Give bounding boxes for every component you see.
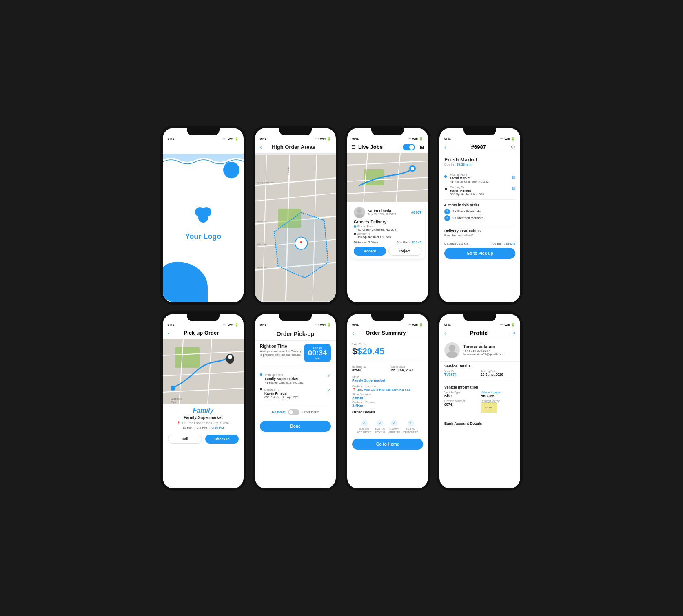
route-steps: Pick-up From Family Supermarket 41 Koote… — [255, 369, 336, 403]
due-time: 00:34 — [308, 349, 327, 357]
wifi-icon: wifi — [228, 137, 233, 141]
divider — [444, 199, 515, 200]
wifi-icon: wifi — [412, 137, 418, 141]
filter-icon[interactable]: ⚙ — [511, 144, 515, 150]
logout-icon[interactable]: ⇥ — [511, 330, 515, 336]
svg-point-45 — [449, 345, 455, 351]
bottom-info: Distance : 2.5 Km You Earn : $20.45 — [444, 242, 515, 245]
your-id-field: Your ID TV9874 — [444, 370, 479, 377]
status-bar: 9:41 ▪▪▪ wifi 🔋 — [439, 321, 520, 327]
live-jobs-content: ☰ Live Jobs ⊞ — [347, 141, 428, 302]
status-time: 9:41 — [168, 137, 174, 141]
reject-button[interactable]: Reject — [388, 247, 421, 256]
detail-content: ‹ #6987 ⚙ Fresh Market Due in : 15:36 mi… — [439, 141, 520, 302]
header: ‹ Order Summary — [347, 327, 428, 339]
header: Order Pick-up — [255, 327, 336, 341]
check-accepted: ✓ — [361, 420, 368, 426]
pickup-dot — [260, 373, 262, 376]
call-button[interactable]: Call — [168, 435, 202, 444]
order-card: Karen Pineda July 09, 2020, 8:25PM #6987… — [350, 203, 425, 259]
map-area[interactable]: 📍 W King Edward Ave W 20th Ave W 23rd Av… — [255, 153, 336, 302]
signal-icon: ▪▪▪ — [500, 323, 503, 327]
pickup-address: 41 Kooter Charlotte, NC 282 — [357, 228, 396, 232]
svg-text:Quilchena: Quilchena — [171, 397, 182, 400]
order-id: #6987 — [411, 210, 421, 214]
toggle-switch[interactable] — [403, 144, 415, 150]
step-accepted: ✓ 8:20 AM ACCEPTED — [357, 420, 371, 434]
vehicle-info: Vehicle Information Vehicle Type Bike Ve… — [439, 383, 520, 415]
driving-license-field: Driving License CA DL — [481, 400, 515, 413]
user-details: Teresa Velasco +644 816-236-6267 teresa.… — [463, 344, 503, 356]
earn-section: You Earn : $$20.45 — [347, 339, 428, 360]
status-time: 9:41 — [352, 323, 359, 327]
page-title: Pick-up Order — [170, 330, 233, 336]
status-bar: 9:41 ▪▪▪ wifi 🔋 — [163, 321, 244, 327]
phone-order-pickup: 9:41 ▪▪▪ wifi 🔋 Order Pick-up Right on T… — [253, 311, 338, 491]
high-order-content: ‹ High Order Areas — [255, 141, 336, 302]
item-2: 2 2X Meatball Marinara — [444, 215, 515, 221]
status-time: 9:41 — [444, 137, 451, 141]
user-section: Teresa Velasco +644 816-236-6267 teresa.… — [439, 339, 520, 362]
customer-distance-label: Customer Distance — [352, 401, 423, 404]
step-arrived: ✓ 8:25 AM ARRIVED — [388, 420, 400, 434]
due-unit: min — [308, 357, 327, 360]
check-arrived: ✓ — [391, 420, 397, 426]
menu-icon[interactable]: ☰ — [351, 144, 356, 150]
location-value: 191 Poe Lane Kansas City, KS 662 — [357, 388, 410, 391]
status-icons: ▪▪▪ wifi 🔋 — [315, 323, 331, 327]
item-1: 1 2X Black Forest Ham — [444, 209, 515, 214]
battery-icon: 🔋 — [511, 323, 515, 327]
user-info: Karen Pineda July 09, 2020, 8:25PM — [368, 209, 411, 216]
item-num-1: 1 — [444, 209, 450, 214]
delivery-nav-icon[interactable]: ⊞ — [512, 186, 515, 190]
action-buttons: Accept Reject — [354, 247, 421, 256]
store-name: Fresh Market — [444, 157, 515, 163]
vehicle-grid: Vehicle Type Bike Vehicle Number BK 0265… — [444, 391, 515, 413]
check-pickup: ✓ — [377, 420, 383, 426]
status-bar: 9:41 ▪▪▪ wifi 🔋 — [439, 135, 520, 141]
notch — [371, 314, 404, 321]
due-in: Due in : 15:36 min — [444, 163, 515, 166]
item-text-2: 2X Meatball Marinara — [452, 216, 483, 220]
divider — [444, 225, 515, 225]
status-icons: ▪▪▪ wifi 🔋 — [315, 137, 331, 141]
rot-desc: Always make sure the Grocery is properly… — [260, 349, 304, 357]
status-icons: ▪▪▪ wifi 🔋 — [500, 323, 515, 327]
order-details-label: Order Details — [352, 410, 423, 414]
pickup-nav-icon[interactable]: ⊞ — [512, 175, 515, 179]
order-date: July 09, 2020, 8:25PM — [368, 213, 411, 216]
bottom-bar: Distance : 2.5 Km You Earn : $20.45 Go t… — [439, 239, 520, 261]
delivery-to-label: Delivery To — [450, 186, 509, 189]
driving-license-card: CA DL — [481, 402, 497, 413]
progress-steps: ✓ 8:20 AM ACCEPTED ✓ 8:24 AM PICK-UP ✓ 8… — [352, 417, 423, 435]
status-bar: 9:41 ▪▪▪ wifi 🔋 — [163, 135, 244, 141]
header: ‹ High Order Areas — [255, 141, 336, 153]
page-title: Order Pick-up — [260, 331, 331, 337]
signal-icon: ▪▪▪ — [315, 323, 319, 327]
check-delivered: ✓ — [408, 420, 414, 426]
store-distance: 2.5Km — [352, 396, 371, 400]
instructions: Delivery Instructions Ring the doorbell … — [439, 227, 520, 239]
issue-toggle[interactable] — [288, 409, 299, 415]
phone-live-jobs: 9:41 ▪▪▪ wifi 🔋 ☰ Live Jobs ⊞ — [345, 126, 430, 305]
step-pickup: Pick-up From Family Supermarket 41 Koote… — [260, 373, 331, 384]
go-home-button[interactable]: Go to Home — [352, 439, 423, 450]
signal-icon: ▪▪▪ — [223, 137, 227, 141]
order-pickup-content: Order Pick-up Right on Time Always make … — [255, 327, 336, 488]
license-field: License Number 6874 — [444, 400, 479, 413]
battery-icon: 🔋 — [419, 137, 423, 141]
go-to-pickup-button[interactable]: Go to Pick-up — [444, 248, 515, 259]
vehicle-type-field: Vehicle Type Bike — [444, 391, 479, 398]
done-button[interactable]: Done — [260, 421, 331, 432]
filter-icon[interactable]: ⊞ — [420, 144, 424, 150]
page-title: High Order Areas — [262, 144, 325, 150]
status-icons: ▪▪▪ wifi 🔋 — [223, 323, 239, 327]
checkin-button[interactable]: Check In — [205, 435, 239, 444]
accept-button[interactable]: Accept — [354, 247, 386, 256]
header: ☰ Live Jobs ⊞ — [347, 141, 428, 153]
location-icon: 📍 — [352, 388, 356, 391]
svg-point-46 — [446, 351, 458, 358]
divider — [260, 405, 331, 405]
status-bar: 9:41 ▪▪▪ wifi 🔋 — [255, 135, 336, 141]
avatar — [354, 207, 365, 218]
